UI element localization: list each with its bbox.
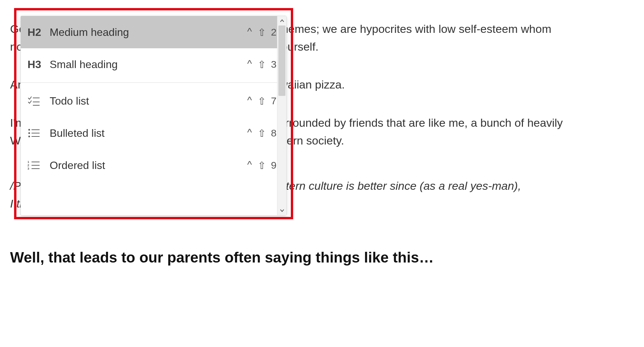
menu-item-shortcut: ^ ⇧ 8 [245,127,278,139]
todo-list-icon [28,96,48,106]
shift-key-icon: ⇧ [257,160,266,171]
block-type-menu[interactable]: H2 Medium heading ^ ⇧ 2 H3 Small heading… [20,16,287,216]
bulleted-list-icon [28,128,48,138]
menu-item-label: Ordered list [48,159,245,172]
h2-icon: H2 [28,26,48,39]
menu-item-shortcut: ^ ⇧ 7 [245,95,278,107]
menu-scrollbar[interactable] [277,16,286,215]
svg-text:2: 2 [28,164,29,167]
scroll-up-arrow-icon[interactable] [277,16,286,25]
section-heading: Well, that leads to our parents often sa… [10,246,624,269]
svg-point-5 [29,136,30,137]
menu-item-small-heading[interactable]: H3 Small heading ^ ⇧ 3 [21,48,286,80]
annotation-highlight-box: H2 Medium heading ^ ⇧ 2 H3 Small heading… [14,8,293,219]
block-type-menu-viewport: H2 Medium heading ^ ⇧ 2 H3 Small heading… [21,16,286,215]
menu-item-label: Todo list [48,95,245,107]
svg-text:1: 1 [28,160,29,164]
ctrl-key-icon: ^ [245,58,254,69]
scrollbar-track[interactable] [277,25,286,206]
menu-item-label: Medium heading [48,26,245,39]
menu-item-shortcut: ^ ⇧ 3 [245,59,278,70]
svg-point-4 [29,132,30,134]
menu-item-ordered-list[interactable]: 1 2 3 Ordered list ^ ⇧ 9 [21,149,286,181]
scroll-down-arrow-icon[interactable] [277,206,286,215]
shift-key-icon: ⇧ [257,26,266,38]
menu-separator [21,82,286,83]
menu-item-label: Bulleted list [48,127,245,139]
ctrl-key-icon: ^ [245,26,254,37]
menu-item-label: Small heading [48,58,245,71]
svg-text:3: 3 [28,167,29,170]
svg-point-3 [29,129,30,131]
shift-key-icon: ⇧ [257,127,266,139]
menu-item-medium-heading[interactable]: H2 Medium heading ^ ⇧ 2 [21,16,286,48]
section-heading-text: Well, that leads to our parents often sa… [10,246,624,269]
ordered-list-icon: 1 2 3 [28,160,48,171]
ctrl-key-icon: ^ [245,159,254,170]
shift-key-icon: ⇧ [257,59,266,70]
h3-icon: H3 [28,58,48,71]
menu-item-bulleted-list[interactable]: Bulleted list ^ ⇧ 8 [21,117,286,149]
ctrl-key-icon: ^ [245,95,254,106]
menu-item-shortcut: ^ ⇧ 2 [245,26,278,38]
shift-key-icon: ⇧ [257,95,266,107]
menu-item-todo-list[interactable]: Todo list ^ ⇧ 7 [21,85,286,117]
scrollbar-thumb[interactable] [278,25,285,96]
menu-item-shortcut: ^ ⇧ 9 [245,160,278,171]
ctrl-key-icon: ^ [245,127,254,138]
